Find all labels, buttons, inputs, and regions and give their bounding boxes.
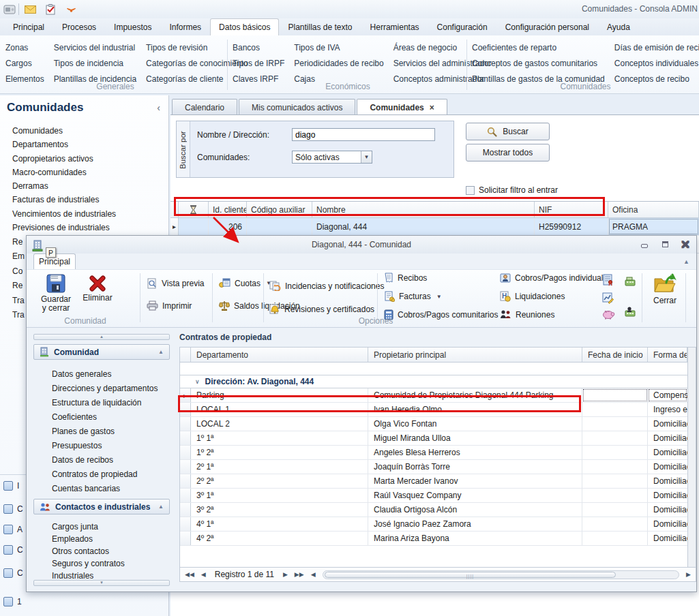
sidebar-item[interactable]: Macro-comunidades: [12, 166, 116, 179]
col-header-propietario[interactable]: Propietario principal: [368, 348, 582, 362]
modal-title-bar[interactable]: Diagonal, 444 - Comunidad 🗙: [27, 236, 696, 253]
menu-tab[interactable]: Configuración: [428, 18, 496, 35]
navgroup-comunidad[interactable]: Comunidad ▲: [33, 344, 170, 360]
cash-register-icon[interactable]: [624, 276, 636, 287]
chart-report-icon[interactable]: [602, 292, 614, 304]
col-header-aux[interactable]: Código auxiliar: [247, 202, 312, 217]
contract-row[interactable]: 3º 2ª Claudia Ortigosa Alcón Domiciliaci…: [180, 503, 687, 517]
modal-nav-item[interactable]: Estructura de liquidación: [52, 396, 170, 410]
menu-tab[interactable]: Plantillas de texto: [279, 18, 361, 35]
liquidaciones-button[interactable]: H Liquidaciones: [500, 291, 565, 302]
row-selector[interactable]: [180, 532, 191, 545]
first-record-button[interactable]: ◀◀: [183, 571, 196, 578]
docked-panel-button[interactable]: A: [3, 525, 23, 534]
sidebar-item[interactable]: Copropietarios activos: [12, 152, 116, 166]
menu-tab[interactable]: Informes: [160, 18, 210, 35]
reuniones-button[interactable]: Reuniones: [500, 309, 554, 320]
menu-tab[interactable]: Procesos: [53, 18, 105, 35]
horizontal-scrollbar[interactable]: ||||: [323, 570, 679, 579]
sidebar-collapse-button[interactable]: ‹: [157, 102, 160, 113]
navgroup-contactos[interactable]: Contactos e industriales ▲: [33, 499, 170, 514]
buscar-button[interactable]: Buscar: [466, 123, 550, 140]
col-header-departamento[interactable]: Departamento: [191, 348, 368, 362]
register-people-icon[interactable]: [624, 306, 636, 318]
row-selector[interactable]: [180, 417, 191, 431]
guardar-y-cerrar-button[interactable]: Guardary cerrar: [36, 273, 76, 313]
vista-previa-button[interactable]: Vista previa: [147, 278, 204, 289]
sidebar-item-clipped[interactable]: Re: [12, 235, 25, 249]
cobros-individuales-button[interactable]: Cobros/Pagos individuales: [500, 273, 612, 283]
sidebar-item-clipped[interactable]: Tra: [12, 308, 25, 322]
app-icon[interactable]: [3, 3, 16, 16]
contract-row[interactable]: 1º 1ª Miguel Miranda Ulloa Domiciliación: [180, 431, 687, 446]
ribbon-link[interactable]: Días de emisión de recibo: [614, 40, 699, 56]
scrollbar-thumb[interactable]: ||||: [325, 572, 616, 578]
row-selector[interactable]: [180, 403, 191, 416]
col-header-nombre[interactable]: Nombre: [312, 202, 535, 217]
ribbon-link[interactable]: Cargos: [5, 56, 44, 72]
cerrar-button[interactable]: Cerrar: [646, 273, 684, 305]
sidebar-item-clipped[interactable]: Em: [12, 249, 25, 264]
contract-row[interactable]: 4º 2ª Marina Ariza Bayona Domiciliación: [180, 532, 687, 546]
menu-tab[interactable]: Principal: [4, 18, 53, 35]
ribbon-link[interactable]: Tipos de incidencia: [54, 56, 136, 72]
docked-panel-button[interactable]: C: [3, 568, 23, 578]
sidebar-item[interactable]: Comunidades: [12, 124, 116, 138]
scroll-right-button[interactable]: ▶: [684, 571, 693, 578]
communities-select[interactable]: Sólo activas ▼: [292, 151, 372, 164]
sidebar-item-clipped[interactable]: Tra: [12, 294, 25, 308]
col-header-id[interactable]: Id. cliente: [209, 202, 247, 217]
col-header-oficina[interactable]: Oficina: [608, 202, 699, 217]
contract-row[interactable]: 2º 1ª Joaquín Borràs Torre Domiciliación: [180, 460, 687, 474]
document-tab[interactable]: Mis comunicados activos: [239, 99, 355, 114]
sidebar-item-clipped[interactable]: Re: [12, 279, 25, 293]
hourglass-icon[interactable]: [179, 202, 209, 217]
col-header-fecha[interactable]: Fecha de inicio: [582, 348, 648, 362]
chevron-up-icon[interactable]: ▲: [158, 349, 164, 355]
certificate-doc-icon[interactable]: [602, 274, 614, 286]
chevron-up-icon[interactable]: ▲: [158, 504, 164, 510]
contract-row[interactable]: LOCAL 2 Olga Vico Fontan Domiciliación: [180, 417, 687, 431]
mostrar-todos-button[interactable]: Mostrar todos: [466, 144, 550, 161]
sidebar-item[interactable]: Vencimientos de industriales: [12, 207, 116, 221]
modal-nav-item[interactable]: Datos de recibos: [52, 453, 170, 467]
vertical-scrollbar[interactable]: [687, 348, 696, 567]
splitter-down[interactable]: ▼: [33, 580, 170, 586]
contract-row[interactable]: 4º 1ª José Ignacio Paez Zamora Domicilia…: [180, 517, 687, 532]
sidebar-item[interactable]: Facturas de industriales: [12, 193, 116, 206]
piggy-bank-icon[interactable]: [602, 309, 615, 320]
ribbon-link[interactable]: Bancos: [233, 40, 284, 56]
incidencias-button[interactable]: Incidencias y notificaciones: [269, 281, 384, 291]
modal-nav-item[interactable]: Otros contactos: [52, 545, 170, 557]
revisiones-button[interactable]: Revisiones y certificados: [269, 304, 374, 314]
modal-nav-item[interactable]: Presupuestos: [52, 439, 170, 453]
imprimir-button[interactable]: Imprimir: [147, 301, 192, 311]
ribbon-link[interactable]: Periodicidades de recibo: [294, 56, 383, 72]
close-icon[interactable]: 🗙: [680, 239, 691, 249]
contract-row[interactable]: LOCAL 1 Ivan Heredia Olmo Ingreso en c: [180, 403, 687, 417]
row-selector[interactable]: [180, 489, 191, 502]
contract-row[interactable]: Parking Comunidad de Propietarios Diagon…: [180, 388, 687, 403]
facturas-button[interactable]: Facturas ▼: [384, 291, 442, 302]
mail-icon[interactable]: [23, 3, 37, 16]
sidebar-item[interactable]: Derramas: [12, 179, 116, 193]
docked-panel-button[interactable]: C: [3, 504, 23, 514]
modal-nav-item[interactable]: Cargos junta: [52, 521, 170, 533]
tasks-icon[interactable]: [44, 3, 57, 16]
contract-row[interactable]: 3º 1ª Raúl Vasquez Company Domiciliación: [180, 489, 687, 503]
menu-tab[interactable]: Ayuda: [598, 18, 639, 35]
sidebar-item[interactable]: Departamentos: [12, 138, 116, 151]
row-selector[interactable]: [170, 218, 179, 235]
modal-nav-item[interactable]: Coeficientes: [52, 410, 170, 425]
row-selector[interactable]: [180, 503, 191, 517]
menu-tab[interactable]: Impuestos: [105, 18, 160, 35]
sidebar-item-clipped[interactable]: Co: [12, 264, 25, 279]
docked-panel-button[interactable]: C: [3, 545, 23, 555]
last-record-button[interactable]: ▶▶: [293, 571, 306, 578]
splitter-up[interactable]: ▲: [33, 334, 170, 340]
prev-record-button[interactable]: ◀: [199, 571, 208, 578]
ribbon-link[interactable]: Tipos de IVA: [294, 40, 383, 56]
contract-row[interactable]: 2º 2ª Marta Mercader Ivanov Domiciliació…: [180, 474, 687, 489]
ribbon-link[interactable]: Zonas: [5, 40, 44, 56]
ribbon-link[interactable]: Conceptos de gastos comunitarios: [472, 56, 605, 72]
